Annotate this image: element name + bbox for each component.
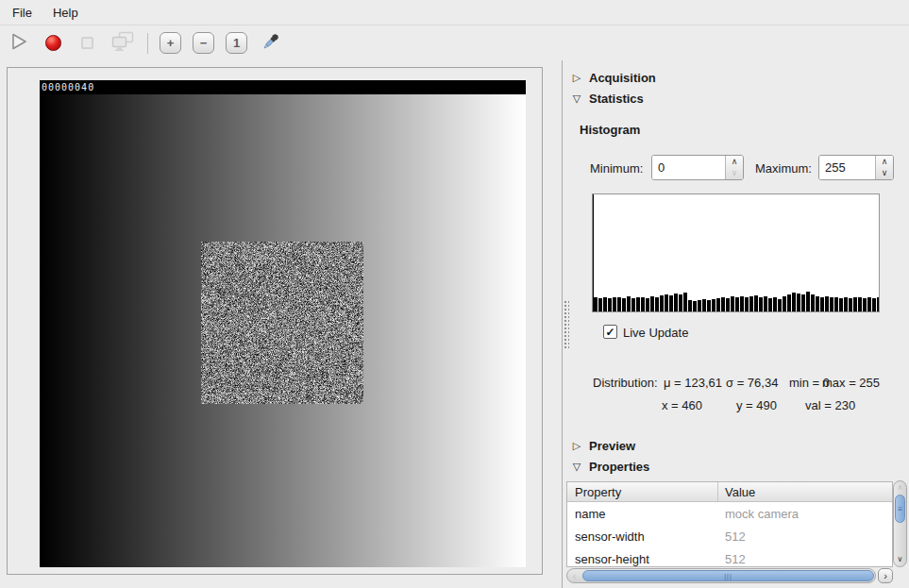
displays-icon: [110, 30, 136, 56]
property-name: name: [567, 507, 718, 521]
stop-icon: [81, 37, 93, 49]
column-header-property[interactable]: Property: [567, 485, 717, 499]
live-update-checkbox[interactable]: ✓: [603, 325, 617, 339]
grip-icon: |||: [724, 573, 732, 580]
chevron-right-icon: ▷: [571, 440, 582, 452]
expander-properties[interactable]: ▽ Properties: [571, 460, 649, 474]
histogram-plot-bars: [594, 194, 879, 311]
menubar: File Help: [0, 0, 909, 25]
stop-button: [76, 32, 98, 55]
zoom-out-button[interactable]: −: [193, 32, 214, 54]
toolbar: + − 1: [0, 25, 909, 60]
zoom-original-button[interactable]: 1: [226, 32, 247, 54]
properties-vertical-scrollbar[interactable]: ∧ ≡ ∨: [893, 480, 907, 567]
zoom-in-button[interactable]: +: [160, 32, 181, 54]
table-row[interactable]: name mock camera: [567, 502, 892, 525]
table-row[interactable]: sensor-width 512: [567, 525, 892, 547]
maximum-spinbox: ∧ ∨: [818, 155, 894, 180]
properties-table: Property Value name mock camera sensor-w…: [566, 481, 893, 567]
pane-separator[interactable]: [562, 60, 563, 588]
zoom-in-icon: +: [167, 36, 175, 50]
color-picker-button[interactable]: [259, 32, 281, 55]
zoom-original-icon: 1: [233, 36, 240, 50]
maximum-spin-up-button[interactable]: ∧: [876, 156, 893, 168]
expander-statistics-label: Statistics: [589, 92, 644, 106]
chevron-down-icon: ▽: [571, 92, 582, 105]
frame-counter: 00000040: [40, 80, 526, 94]
vertical-scroll-thumb[interactable]: ≡: [895, 495, 905, 523]
property-name: sensor-height: [567, 552, 718, 566]
menu-file[interactable]: File: [4, 3, 41, 23]
column-header-value[interactable]: Value: [718, 485, 755, 499]
distribution-sigma: σ = 76,34: [726, 376, 778, 390]
property-value: 512: [718, 552, 746, 566]
play-icon: [8, 31, 29, 55]
properties-table-header: Property Value: [567, 482, 892, 502]
zoom-out-icon: −: [200, 36, 208, 50]
grip-icon: ≡: [898, 505, 902, 513]
distribution-mu: μ = 123,61: [664, 376, 722, 390]
expander-properties-label: Properties: [589, 460, 649, 474]
vertical-scroll-track[interactable]: [894, 523, 906, 553]
expander-acquisition-label: Acquisition: [589, 71, 656, 85]
live-update-label: Live Update: [623, 326, 688, 340]
maximum-label: Maximum:: [755, 161, 812, 176]
scroll-right-button[interactable]: ›: [878, 568, 893, 583]
eyedropper-icon: [259, 30, 281, 56]
camera-image[interactable]: 00000040: [40, 80, 526, 567]
table-row[interactable]: sensor-height 512: [567, 547, 892, 567]
application-window: File Help +: [0, 0, 909, 588]
histogram-heading: Histogram: [580, 123, 640, 137]
property-name: sensor-width: [567, 529, 718, 544]
minimum-spin-up-button[interactable]: ∧: [726, 156, 743, 168]
chevron-down-icon: ▽: [571, 461, 582, 473]
minimum-spin-down-button: ∨: [726, 168, 743, 180]
toolbar-separator: [147, 33, 148, 54]
expander-preview-label: Preview: [589, 439, 635, 453]
chevron-right-icon: ▷: [571, 72, 582, 84]
minimum-label: Minimum:: [590, 161, 643, 176]
expander-acquisition[interactable]: ▷ Acquisition: [571, 71, 656, 85]
maximum-input[interactable]: [819, 156, 875, 179]
noise-region: [201, 242, 363, 404]
record-button[interactable]: [42, 32, 64, 55]
cursor-x: x = 460: [662, 398, 702, 412]
expander-statistics[interactable]: ▽ Statistics: [571, 92, 644, 106]
scroll-left-button[interactable]: ‹: [567, 569, 581, 582]
record-icon: [45, 35, 61, 51]
menu-help[interactable]: Help: [44, 3, 87, 23]
cursor-y: y = 490: [736, 398, 777, 412]
cursor-val: val = 230: [805, 398, 855, 412]
distribution-label: Distribution:: [593, 376, 658, 390]
property-value: 512: [718, 529, 746, 544]
pane-grip-handle[interactable]: [564, 300, 569, 349]
scroll-down-button[interactable]: ∨: [894, 553, 906, 566]
play-button[interactable]: [8, 32, 30, 55]
distribution-max: max = 255: [822, 376, 880, 390]
scroll-up-button[interactable]: ∧: [894, 481, 906, 495]
expander-preview[interactable]: ▷ Preview: [571, 439, 635, 453]
properties-horizontal-scrollbar[interactable]: ‹ |||: [566, 568, 876, 583]
checkmark-icon: ✓: [605, 327, 614, 338]
minimum-spinbox: ∧ ∨: [651, 155, 744, 180]
screenshot-button: [109, 32, 136, 55]
minimum-input[interactable]: [652, 156, 725, 179]
maximum-spin-down-button[interactable]: ∨: [876, 168, 893, 180]
histogram-plot: [592, 193, 880, 312]
property-value: mock camera: [718, 507, 799, 521]
horizontal-scroll-thumb[interactable]: |||: [582, 570, 874, 581]
